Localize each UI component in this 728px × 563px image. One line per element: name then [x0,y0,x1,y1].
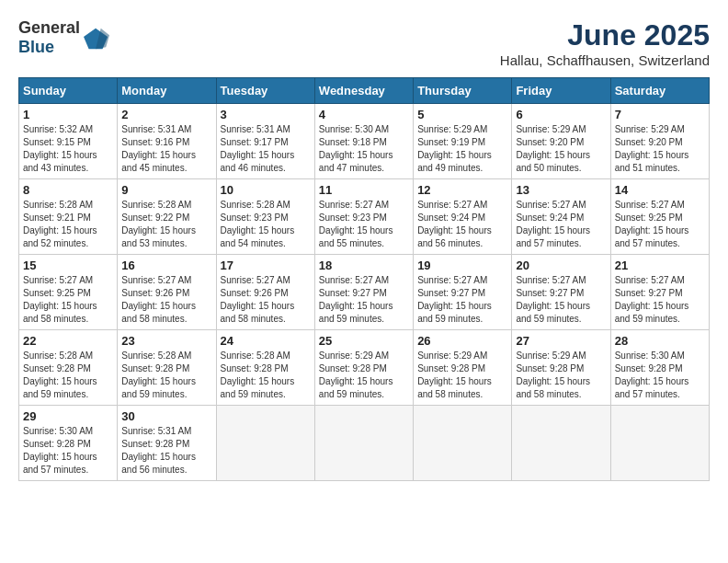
logo: General Blue [18,18,109,57]
day-info: Sunrise: 5:27 AM Sunset: 9:27 PM Dayligh… [417,274,507,326]
calendar-cell: 6 Sunrise: 5:29 AM Sunset: 9:20 PM Dayli… [512,104,610,179]
calendar-cell: 26 Sunrise: 5:29 AM Sunset: 9:28 PM Dayl… [414,330,512,406]
day-info: Sunrise: 5:27 AM Sunset: 9:23 PM Dayligh… [319,199,409,250]
day-number: 18 [319,259,409,272]
logo-blue: Blue [18,38,54,56]
header: General Blue June 2025 Hallau, Schaffhau… [18,18,710,68]
day-number: 30 [121,409,211,423]
calendar-cell: 19 Sunrise: 5:27 AM Sunset: 9:27 PM Dayl… [414,255,512,330]
calendar-cell [610,406,709,481]
calendar-cell: 10 Sunrise: 5:28 AM Sunset: 9:23 PM Dayl… [216,179,314,255]
calendar-cell: 14 Sunrise: 5:27 AM Sunset: 9:25 PM Dayl… [610,179,709,255]
calendar-cell: 8 Sunrise: 5:28 AM Sunset: 9:21 PM Dayli… [19,179,118,255]
calendar-cell: 12 Sunrise: 5:27 AM Sunset: 9:24 PM Dayl… [414,179,512,255]
header-tuesday: Tuesday [216,78,314,104]
logo-general: General [18,18,80,37]
day-info: Sunrise: 5:30 AM Sunset: 9:28 PM Dayligh… [23,425,113,477]
day-info: Sunrise: 5:29 AM Sunset: 9:28 PM Dayligh… [516,350,606,401]
day-info: Sunrise: 5:28 AM Sunset: 9:23 PM Dayligh… [221,199,311,250]
week-row-0: 1 Sunrise: 5:32 AM Sunset: 9:15 PM Dayli… [19,104,710,179]
header-row: SundayMondayTuesdayWednesdayThursdayFrid… [19,78,710,104]
day-number: 5 [417,108,507,121]
day-number: 8 [23,183,113,197]
day-number: 4 [319,108,409,121]
day-number: 28 [615,334,705,348]
calendar-cell: 13 Sunrise: 5:27 AM Sunset: 9:24 PM Dayl… [512,179,610,255]
day-number: 14 [615,183,705,197]
day-number: 22 [23,334,113,348]
week-row-2: 15 Sunrise: 5:27 AM Sunset: 9:25 PM Dayl… [19,255,710,330]
day-number: 21 [615,259,705,272]
calendar-cell: 27 Sunrise: 5:29 AM Sunset: 9:28 PM Dayl… [512,330,610,406]
calendar-cell: 24 Sunrise: 5:28 AM Sunset: 9:28 PM Dayl… [216,330,314,406]
calendar-subtitle: Hallau, Schaffhausen, Switzerland [500,52,710,68]
day-number: 16 [121,259,211,272]
header-sunday: Sunday [19,78,118,104]
calendar-cell: 30 Sunrise: 5:31 AM Sunset: 9:28 PM Dayl… [118,406,216,481]
week-row-4: 29 Sunrise: 5:30 AM Sunset: 9:28 PM Dayl… [19,406,710,481]
calendar-cell: 28 Sunrise: 5:30 AM Sunset: 9:28 PM Dayl… [610,330,709,406]
calendar-cell: 4 Sunrise: 5:30 AM Sunset: 9:18 PM Dayli… [314,104,413,179]
calendar-cell: 16 Sunrise: 5:27 AM Sunset: 9:26 PM Dayl… [118,255,216,330]
day-info: Sunrise: 5:29 AM Sunset: 9:28 PM Dayligh… [417,350,507,401]
day-info: Sunrise: 5:28 AM Sunset: 9:22 PM Dayligh… [121,199,211,250]
day-number: 15 [23,259,113,272]
logo-icon [84,25,109,51]
day-info: Sunrise: 5:31 AM Sunset: 9:28 PM Dayligh… [121,425,211,477]
calendar-cell: 3 Sunrise: 5:31 AM Sunset: 9:17 PM Dayli… [216,104,314,179]
day-info: Sunrise: 5:27 AM Sunset: 9:25 PM Dayligh… [23,274,113,326]
header-monday: Monday [118,78,216,104]
calendar-cell: 2 Sunrise: 5:31 AM Sunset: 9:16 PM Dayli… [118,104,216,179]
day-number: 7 [615,108,705,121]
calendar-cell: 5 Sunrise: 5:29 AM Sunset: 9:19 PM Dayli… [414,104,512,179]
calendar-cell [512,406,610,481]
day-info: Sunrise: 5:29 AM Sunset: 9:20 PM Dayligh… [516,123,606,175]
header-wednesday: Wednesday [314,78,413,104]
title-area: June 2025 Hallau, Schaffhausen, Switzerl… [500,18,710,68]
day-info: Sunrise: 5:28 AM Sunset: 9:21 PM Dayligh… [23,199,113,250]
calendar-cell: 17 Sunrise: 5:27 AM Sunset: 9:26 PM Dayl… [216,255,314,330]
day-info: Sunrise: 5:32 AM Sunset: 9:15 PM Dayligh… [23,123,113,175]
calendar-cell [216,406,314,481]
calendar-cell [314,406,413,481]
day-number: 27 [516,334,606,348]
day-info: Sunrise: 5:28 AM Sunset: 9:28 PM Dayligh… [221,350,311,401]
day-info: Sunrise: 5:29 AM Sunset: 9:19 PM Dayligh… [417,123,507,175]
day-info: Sunrise: 5:27 AM Sunset: 9:24 PM Dayligh… [516,199,606,250]
day-number: 2 [121,108,211,121]
day-info: Sunrise: 5:27 AM Sunset: 9:24 PM Dayligh… [417,199,507,250]
day-number: 1 [23,108,113,121]
day-number: 13 [516,183,606,197]
day-number: 25 [319,334,409,348]
calendar-title: June 2025 [500,18,710,52]
logo-text: General Blue [18,18,80,57]
calendar-cell: 9 Sunrise: 5:28 AM Sunset: 9:22 PM Dayli… [118,179,216,255]
header-saturday: Saturday [610,78,709,104]
day-info: Sunrise: 5:29 AM Sunset: 9:28 PM Dayligh… [319,350,409,401]
day-info: Sunrise: 5:27 AM Sunset: 9:27 PM Dayligh… [615,274,705,326]
calendar-cell: 18 Sunrise: 5:27 AM Sunset: 9:27 PM Dayl… [314,255,413,330]
day-info: Sunrise: 5:30 AM Sunset: 9:18 PM Dayligh… [319,123,409,175]
day-info: Sunrise: 5:31 AM Sunset: 9:17 PM Dayligh… [221,123,311,175]
day-number: 9 [121,183,211,197]
calendar-cell: 25 Sunrise: 5:29 AM Sunset: 9:28 PM Dayl… [314,330,413,406]
calendar-cell: 23 Sunrise: 5:28 AM Sunset: 9:28 PM Dayl… [118,330,216,406]
day-number: 29 [23,409,113,423]
day-info: Sunrise: 5:27 AM Sunset: 9:26 PM Dayligh… [121,274,211,326]
day-number: 24 [221,334,311,348]
week-row-1: 8 Sunrise: 5:28 AM Sunset: 9:21 PM Dayli… [19,179,710,255]
day-number: 10 [221,183,311,197]
calendar-cell: 22 Sunrise: 5:28 AM Sunset: 9:28 PM Dayl… [19,330,118,406]
calendar-cell: 7 Sunrise: 5:29 AM Sunset: 9:20 PM Dayli… [610,104,709,179]
day-number: 12 [417,183,507,197]
day-number: 23 [121,334,211,348]
calendar-cell: 29 Sunrise: 5:30 AM Sunset: 9:28 PM Dayl… [19,406,118,481]
calendar-cell: 1 Sunrise: 5:32 AM Sunset: 9:15 PM Dayli… [19,104,118,179]
day-info: Sunrise: 5:28 AM Sunset: 9:28 PM Dayligh… [23,350,113,401]
day-info: Sunrise: 5:27 AM Sunset: 9:27 PM Dayligh… [516,274,606,326]
day-number: 11 [319,183,409,197]
calendar-cell: 20 Sunrise: 5:27 AM Sunset: 9:27 PM Dayl… [512,255,610,330]
day-info: Sunrise: 5:27 AM Sunset: 9:27 PM Dayligh… [319,274,409,326]
calendar-table: SundayMondayTuesdayWednesdayThursdayFrid… [18,77,710,481]
day-info: Sunrise: 5:28 AM Sunset: 9:28 PM Dayligh… [121,350,211,401]
